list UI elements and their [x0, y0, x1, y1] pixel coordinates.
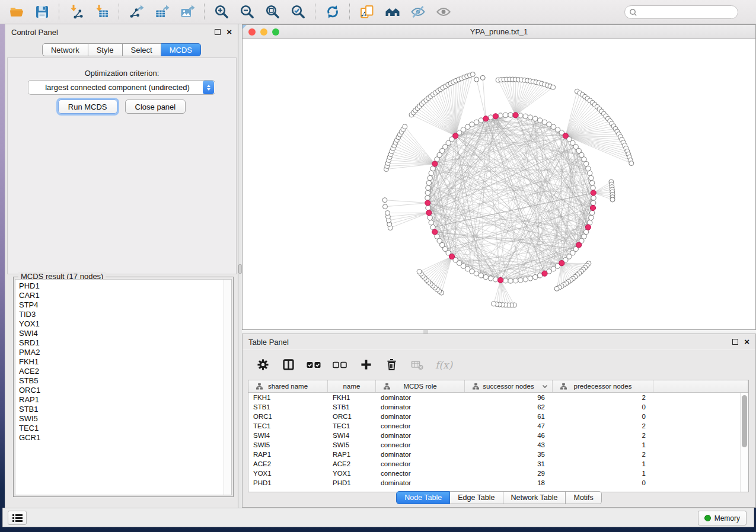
export-table-button[interactable]	[149, 2, 174, 22]
mcds-node[interactable]	[576, 242, 582, 248]
mcds-node[interactable]	[591, 190, 596, 196]
cell: ORC1	[328, 412, 376, 421]
run-mcds-button[interactable]: Run MCDS	[58, 100, 117, 114]
table-row[interactable]: RAP1RAP1dominator352	[248, 450, 748, 459]
mcds-result-item[interactable]: SWI4	[19, 329, 231, 338]
tab-style[interactable]: Style	[88, 43, 123, 56]
export-image-button[interactable]	[174, 2, 200, 22]
mcds-node[interactable]	[563, 133, 568, 139]
table-toolbar: f(x)	[243, 350, 755, 379]
mcds-result-item[interactable]: PHD1	[19, 281, 231, 291]
table-panel-title: Table Panel	[248, 338, 289, 347]
mcds-result-item[interactable]: RAP1	[19, 395, 231, 405]
cell: 1	[553, 459, 653, 469]
search-input[interactable]	[624, 5, 738, 19]
save-session-button[interactable]	[29, 2, 55, 22]
mcds-result-item[interactable]: STB5	[19, 376, 231, 386]
tab-network[interactable]: Network	[42, 43, 88, 56]
table-row[interactable]: PHD1PHD1dominator180	[248, 478, 748, 488]
mcds-node[interactable]	[559, 261, 564, 266]
mcds-node[interactable]	[426, 210, 432, 216]
cell: dominator	[376, 393, 465, 402]
table-row[interactable]: TEC1TEC1connector472	[248, 421, 748, 431]
table-row[interactable]: FKH1FKH1dominator962	[248, 393, 748, 402]
first-neighbors-button[interactable]	[379, 2, 405, 22]
network-canvas[interactable]	[243, 39, 755, 329]
mcds-result-list[interactable]: PHD1CAR1STP4TID3YOX1SWI4SRD1PMA2FKH1ACE2…	[15, 279, 232, 495]
delete-column-button[interactable]	[384, 357, 398, 373]
column-visibility-button[interactable]	[281, 357, 295, 373]
close-panel-icon[interactable]: ×	[227, 29, 232, 35]
mcds-result-item[interactable]: YOX1	[19, 319, 231, 329]
mcds-result-item[interactable]: SWI5	[19, 414, 231, 424]
column-header-predecessor-nodes[interactable]: predecessor nodes	[553, 380, 653, 392]
refresh-layout-button[interactable]	[320, 2, 345, 22]
zoom-out-button[interactable]	[234, 2, 260, 22]
table-scrollbar[interactable]	[740, 393, 748, 492]
add-column-button[interactable]	[359, 357, 373, 373]
column-header-MCDS-role[interactable]: MCDS role	[376, 380, 465, 392]
mcds-node[interactable]	[542, 271, 547, 276]
mcds-node[interactable]	[453, 133, 458, 139]
column-header-name[interactable]: name	[328, 380, 376, 392]
mcds-node[interactable]	[432, 161, 438, 166]
zoom-fit-button[interactable]	[260, 2, 285, 22]
column-header-shared-name[interactable]: shared name	[248, 380, 328, 392]
mcds-list-scrollbar[interactable]	[224, 280, 231, 495]
zoom-in-button[interactable]	[209, 2, 234, 22]
mcds-node[interactable]	[590, 205, 595, 210]
mcds-result-item[interactable]: ACE2	[19, 367, 231, 376]
mcds-result-item[interactable]: TEC1	[19, 424, 231, 433]
mcds-node[interactable]	[513, 113, 518, 118]
zoom-selected-button[interactable]	[285, 2, 311, 22]
float-panel-icon[interactable]	[215, 29, 221, 35]
mcds-node[interactable]	[493, 114, 498, 119]
tab-node-table[interactable]: Node Table	[396, 491, 450, 504]
mcds-node[interactable]	[585, 225, 591, 230]
settings-gear-button[interactable]	[256, 357, 270, 373]
tab-edge-table[interactable]: Edge Table	[450, 491, 503, 504]
deselect-all-button[interactable]	[333, 357, 347, 373]
mcds-result-item[interactable]: STP4	[19, 300, 231, 310]
copy-network-style-button[interactable]	[354, 2, 379, 22]
open-file-button[interactable]	[4, 2, 29, 22]
table-row[interactable]: SWI5SWI5connector431	[248, 440, 748, 450]
tab-select[interactable]: Select	[123, 43, 161, 56]
close-table-panel-icon[interactable]: ×	[744, 339, 749, 345]
column-header-successor-nodes[interactable]: successor nodes	[465, 380, 553, 392]
mcds-result-item[interactable]: TID3	[19, 310, 231, 319]
show-panels-button[interactable]	[8, 511, 27, 525]
mcds-result-item[interactable]: ORC1	[19, 386, 231, 395]
import-network-button[interactable]	[63, 2, 89, 22]
mcds-node[interactable]	[432, 229, 438, 235]
network-window-titlebar[interactable]: YPA_prune.txt_1	[243, 25, 755, 39]
mcds-node[interactable]	[498, 277, 503, 283]
table-row[interactable]: YOX1YOX1connector291	[248, 469, 748, 478]
tab-mcds[interactable]: MCDS	[161, 43, 201, 56]
mcds-result-item[interactable]: PMA2	[19, 348, 231, 357]
import-table-button[interactable]	[89, 2, 114, 22]
mcds-result-item[interactable]: FKH1	[19, 357, 231, 367]
mcds-result-item[interactable]: CAR1	[19, 291, 231, 300]
table-row[interactable]: STB1STB1dominator620	[248, 402, 748, 412]
select-all-button[interactable]	[307, 357, 321, 373]
mcds-node[interactable]	[425, 200, 430, 206]
mcds-node[interactable]	[483, 116, 489, 121]
table-row[interactable]: ACE2ACE2connector311	[248, 459, 748, 469]
criterion-dropdown[interactable]: largest connected component (undirected)	[28, 80, 215, 95]
table-scrollbar-thumb[interactable]	[742, 395, 747, 447]
mcds-result-item[interactable]: GCR1	[19, 433, 231, 443]
hide-selected-button[interactable]	[405, 2, 430, 22]
tab-motifs[interactable]: Motifs	[566, 491, 601, 504]
table-row[interactable]: ORC1ORC1dominator610	[248, 412, 748, 421]
mcds-node[interactable]	[449, 254, 454, 259]
mcds-result-item[interactable]: SRD1	[19, 338, 231, 348]
export-network-button[interactable]	[123, 2, 149, 22]
mcds-result-item[interactable]: STB1	[19, 405, 231, 414]
close-panel-button[interactable]: Close panel	[125, 100, 186, 114]
table-row[interactable]: SWI4SWI4dominator462	[248, 431, 748, 440]
float-table-panel-icon[interactable]	[732, 339, 738, 345]
memory-button[interactable]: Memory	[698, 511, 747, 525]
show-all-button[interactable]	[430, 2, 456, 22]
tab-network-table[interactable]: Network Table	[503, 491, 566, 504]
